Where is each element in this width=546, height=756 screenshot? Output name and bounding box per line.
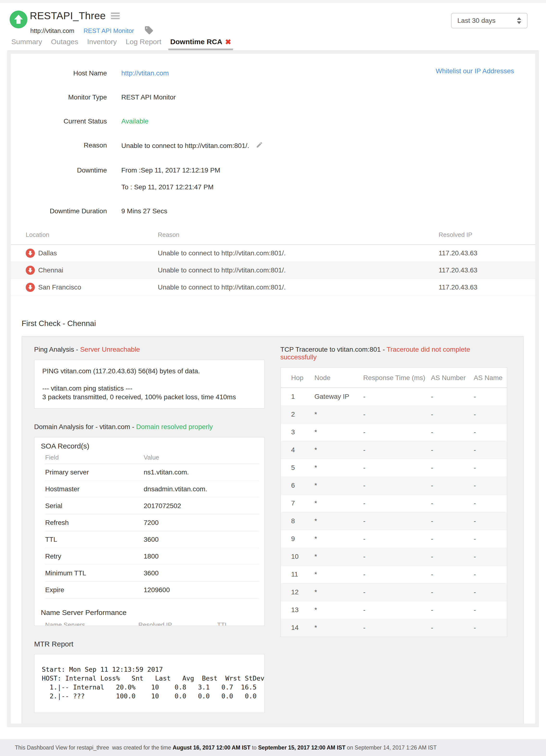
current-status-row: Current Status Available xyxy=(11,117,535,125)
tab-inventory[interactable]: Inventory xyxy=(87,38,117,46)
table-row: San Francisco Unable to connect to http:… xyxy=(11,279,535,296)
table-row: 1Gateway IP--- xyxy=(281,388,507,406)
table-row: Expire1209600 xyxy=(45,582,259,598)
table-row: 5*--- xyxy=(281,459,507,477)
soa-records-title: SOA Record(s) xyxy=(41,442,258,450)
table-row: 7*--- xyxy=(281,495,507,512)
col-hop: Hop xyxy=(281,368,314,388)
col-node: Node xyxy=(314,368,363,388)
ping-output-box: PING vtitan.com (117.20.43.63) 56(84) by… xyxy=(34,360,265,409)
domain-analysis-title: Domain Analysis for - vtitan.com - Domai… xyxy=(34,423,265,431)
tab-outages[interactable]: Outages xyxy=(51,38,78,46)
location-reason: Unable to connect to http://vtitan.com:8… xyxy=(143,245,424,262)
location-name: Chennai xyxy=(38,266,63,274)
table-row: Refresh7200 xyxy=(45,514,259,531)
location-ip: 117.20.43.63 xyxy=(424,279,535,296)
downtime-from: From :Sep 11, 2017 12:12:19 PM xyxy=(121,166,220,174)
monitor-type-label: Monitor Type xyxy=(11,93,107,101)
tab-downtime-rca[interactable]: Downtime RCA ✖ xyxy=(170,38,231,46)
ping-line: --- vtitan.com ping statistics --- xyxy=(42,384,257,393)
domain-status: Domain resolved properly xyxy=(136,423,213,430)
table-row: Hostmasterdnsadmin.vtitan.com. xyxy=(45,481,259,498)
location-reason: Unable to connect to http://vtitan.com:8… xyxy=(143,279,424,296)
table-row: 11*--- xyxy=(281,566,507,584)
close-tab-icon[interactable]: ✖ xyxy=(225,38,231,46)
tab-summary[interactable]: Summary xyxy=(11,38,42,46)
duration-value: 9 Mins 27 Secs xyxy=(121,207,167,215)
top-strip xyxy=(0,0,546,3)
downtime-to: To : Sep 11, 2017 12:21:47 PM xyxy=(121,183,220,191)
soa-col-field: Field xyxy=(45,454,144,464)
duration-row: Downtime Duration 9 Mins 27 Secs xyxy=(11,207,535,215)
ping-status: Server Unreachable xyxy=(80,346,140,353)
location-name: San Francisco xyxy=(38,283,81,291)
whitelist-ip-link[interactable]: Whitelist our IP Addresses xyxy=(436,67,514,75)
select-spinner-icon xyxy=(517,17,521,24)
soa-col-value: Value xyxy=(144,454,259,464)
table-row: 13*--- xyxy=(281,601,507,619)
downtime-row: Downtime From :Sep 11, 2017 12:12:19 PM … xyxy=(11,166,535,191)
traceroute-header-row: Hop Node Response Time (ms) AS Number AS… xyxy=(281,368,507,388)
table-row: Chennai Unable to connect to http://vtit… xyxy=(11,262,535,279)
table-row: Retry1800 xyxy=(45,548,259,565)
downtime-label: Downtime xyxy=(11,166,107,191)
ping-line xyxy=(42,375,257,384)
location-table-header: Location Reason Resolved IP xyxy=(11,231,535,245)
reason-row: Reason Unable to connect to http://vtita… xyxy=(11,141,535,150)
location-ip: 117.20.43.63 xyxy=(424,262,535,279)
name-server-performance-title: Name Server Performance xyxy=(41,608,258,617)
ping-line: 3 packets transmitted, 0 received, 100% … xyxy=(42,393,257,401)
location-table: Location Reason Resolved IP Dallas Unabl… xyxy=(11,231,535,296)
col-location: Location xyxy=(11,231,143,245)
host-name-value[interactable]: http://vtitan.com xyxy=(121,69,169,77)
edit-reason-icon[interactable] xyxy=(256,141,263,150)
table-row: 2*--- xyxy=(281,406,507,424)
ping-line: PING vtitan.com (117.20.43.63) 56(84) by… xyxy=(42,367,257,375)
tab-log-report[interactable]: Log Report xyxy=(126,38,161,46)
page-title: RESTAPI_Three xyxy=(30,10,106,22)
time-period-select[interactable]: Last 30 days xyxy=(451,13,528,28)
monitor-type-link[interactable]: REST API Monitor xyxy=(84,27,134,35)
hamburger-menu-icon[interactable] xyxy=(111,11,120,20)
monitor-status-up-icon xyxy=(10,11,27,28)
reason-label: Reason xyxy=(11,141,107,150)
down-status-icon xyxy=(26,283,35,292)
main-panel: Whitelist our IP Addresses Host Name htt… xyxy=(7,50,539,727)
soa-table: Field Value Primary serverns1.vtitan.com… xyxy=(45,454,259,598)
table-row: 8*--- xyxy=(281,512,507,530)
current-status-label: Current Status xyxy=(11,117,107,125)
monitor-type-row: Monitor Type REST API Monitor xyxy=(11,93,535,101)
col-reason: Reason xyxy=(143,231,424,245)
name-server-header-row: Name Servers Resolved IP TTL xyxy=(45,621,258,626)
col-as-name: AS Name xyxy=(474,368,507,388)
tag-icon[interactable] xyxy=(144,25,154,36)
table-row: Dallas Unable to connect to http://vtita… xyxy=(11,245,535,262)
monitor-url: http://vtitan.com xyxy=(30,27,74,35)
traceroute-box: Hop Node Response Time (ms) AS Number AS… xyxy=(280,367,507,637)
table-row: 12*--- xyxy=(281,584,507,601)
tab-downtime-rca-label: Downtime RCA xyxy=(170,38,222,46)
location-reason: Unable to connect to http://vtitan.com:8… xyxy=(143,262,424,279)
down-status-icon xyxy=(26,266,35,275)
table-row: Primary serverns1.vtitan.com. xyxy=(45,464,259,481)
table-row: Serial2017072502 xyxy=(45,498,259,514)
duration-label: Downtime Duration xyxy=(11,207,107,215)
col-as-number: AS Number xyxy=(431,368,474,388)
ns-col-resolved-ip: Resolved IP xyxy=(138,621,217,626)
col-resolved-ip: Resolved IP xyxy=(424,231,535,245)
reason-value: Unable to connect to http://vtitan.com:8… xyxy=(121,142,249,150)
host-name-label: Host Name xyxy=(11,69,107,77)
domain-analysis-box: SOA Record(s) Field Value Primary server… xyxy=(34,437,265,626)
rca-card: Whitelist our IP Addresses Host Name htt… xyxy=(11,54,535,724)
ns-col-name-servers: Name Servers xyxy=(45,621,138,626)
table-row: 14*--- xyxy=(281,619,507,637)
monitor-type-value: REST API Monitor xyxy=(121,93,176,101)
table-row: TTL3600 xyxy=(45,531,259,548)
mtr-line: HOST: Internal Loss% Snt Last Avg Best W… xyxy=(42,674,257,683)
col-response-time: Response Time (ms) xyxy=(363,368,431,388)
mtr-line: 2.|-- ??? 100.0 10 0.0 0.0 0.0 0.0 xyxy=(42,692,257,701)
down-status-icon xyxy=(26,249,35,258)
first-check-title: First Check - Chennai xyxy=(22,319,535,328)
first-check-panel: Ping Analysis - Server Unreachable PING … xyxy=(22,336,524,724)
table-row: 9*--- xyxy=(281,530,507,548)
